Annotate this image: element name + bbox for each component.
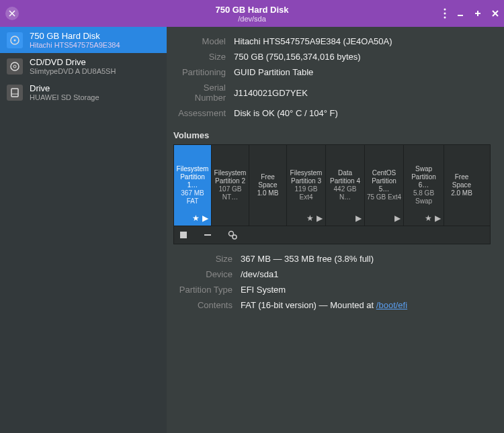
sidebar-item-name: CD/DVD Drive [30, 57, 116, 67]
size-label: Size [173, 52, 234, 62]
volume-cell[interactable]: Free Space1.0 MB [249, 145, 287, 226]
volume-fs: 442 GB N… [327, 185, 363, 201]
volume-fs: 5.8 GB Swap [405, 189, 442, 205]
content-pane: ModelHitachi HTS547575A9E384 (JE4OA50A) … [167, 27, 504, 433]
partitioning-value: GUID Partition Table [234, 67, 313, 77]
partitioning-label: Partitioning [173, 67, 234, 77]
play-icon: ▶ [394, 213, 401, 223]
volume-part: Partition 4 [330, 177, 360, 185]
svg-point-2 [444, 9, 446, 11]
model-label: Model [173, 36, 234, 46]
size-value: 750 GB (750,156,374,016 bytes) [234, 52, 361, 62]
volume-name: Data [338, 169, 352, 177]
sidebar-item[interactable]: 750 GB Hard DiskHitachi HTS547575A9E384 [0, 27, 167, 53]
sidebar: 750 GB Hard DiskHitachi HTS547575A9E384C… [0, 27, 167, 433]
mount-point-link[interactable]: /boot/efi [376, 300, 407, 310]
sidebar-item-name: Drive [30, 83, 99, 93]
volume-part: 1.0 MB [257, 189, 279, 197]
sidebar-item-sub: SlimtypeDVD A DU8A5SH [30, 67, 116, 75]
volume-part: Partition 3 [291, 177, 321, 185]
play-icon: ▶ [355, 213, 362, 223]
volume-part: Partition 6… [405, 173, 442, 189]
svg-point-11 [14, 39, 16, 41]
menu-button[interactable] [444, 8, 446, 19]
volume-name: Free Space [251, 173, 285, 189]
serial-value: J1140021GD7YEK [234, 88, 308, 98]
svg-point-4 [444, 17, 446, 19]
detail-ptype-label: Partition Type [173, 285, 241, 295]
play-icon: ▶ [202, 213, 208, 223]
sd-icon [7, 85, 23, 101]
hdd-icon [7, 32, 23, 48]
assessment-value: Disk is OK (40° C / 104° F) [234, 108, 338, 118]
svg-point-12 [11, 62, 19, 70]
svg-point-3 [444, 13, 446, 15]
volume-cell[interactable]: FilesystemPartition 2107 GB NT… [212, 145, 249, 226]
volume-part: Partition 1… [175, 173, 210, 189]
volumes-box: FilesystemPartition 1…367 MB FAT★▶Filesy… [173, 144, 491, 244]
sidebar-item-sub: HUAWEI SD Storage [30, 93, 99, 101]
model-value: Hitachi HTS547575A9E384 (JE4OA50A) [234, 36, 392, 46]
star-icon: ★ [192, 213, 200, 223]
app-close-button[interactable] [5, 7, 19, 20]
titlebar: 750 GB Hard Disk /dev/sda [0, 0, 504, 27]
volume-detail: Size367 MB — 353 MB free (3.8% full) Dev… [173, 251, 491, 313]
window-subtitle: /dev/sda [0, 15, 504, 23]
title-center: 750 GB Hard Disk /dev/sda [0, 5, 504, 23]
volume-name: Free Space [446, 173, 478, 189]
serial-label: Serial Number [173, 83, 234, 103]
more-options-button[interactable] [228, 230, 237, 240]
sidebar-item-name: 750 GB Hard Disk [30, 31, 120, 41]
delete-partition-button[interactable] [204, 231, 212, 239]
volume-name: Filesystem [214, 169, 247, 177]
volume-fs: 119 GB Ext4 [288, 185, 324, 201]
volumes-row: FilesystemPartition 1…367 MB FAT★▶Filesy… [174, 145, 490, 226]
detail-size-label: Size [173, 254, 241, 264]
detail-contents-label: Contents [173, 300, 241, 310]
sidebar-item[interactable]: CD/DVD DriveSlimtypeDVD A DU8A5SH [0, 53, 167, 79]
window-title: 750 GB Hard Disk [0, 5, 504, 15]
close-button[interactable] [492, 10, 499, 17]
sidebar-item-sub: Hitachi HTS547575A9E384 [30, 41, 120, 49]
sidebar-item[interactable]: DriveHUAWEI SD Storage [0, 79, 167, 105]
volume-cell[interactable]: SwapPartition 6…5.8 GB Swap★▶ [404, 145, 444, 226]
volume-fs: 107 GB NT… [213, 185, 247, 201]
svg-point-19 [233, 235, 237, 239]
svg-point-13 [13, 65, 16, 68]
detail-device-value: /dev/sda1 [241, 269, 278, 279]
play-icon: ▶ [317, 213, 323, 223]
optical-icon [7, 58, 23, 75]
unmount-button[interactable] [179, 231, 187, 239]
detail-size-value: 367 MB — 353 MB free (3.8% full) [241, 254, 374, 264]
volume-name: Filesystem [290, 169, 323, 177]
volume-part: 2.0 MB [451, 189, 472, 197]
volume-cell[interactable]: Free Space2.0 MB [444, 145, 479, 226]
star-icon: ★ [425, 213, 432, 223]
volume-fs: 75 GB Ext4 [367, 193, 401, 201]
volume-name: CentOS [372, 169, 396, 177]
minimize-button[interactable] [457, 10, 464, 17]
volume-cell[interactable]: DataPartition 4442 GB N…▶ [326, 145, 365, 226]
detail-device-label: Device [173, 269, 241, 279]
disk-info: ModelHitachi HTS547575A9E384 (JE4OA50A) … [173, 34, 491, 121]
detail-contents-value: FAT (16-bit version) — Mounted at /boot/… [241, 300, 407, 310]
volume-part: Partition 2 [215, 177, 245, 185]
volume-cell[interactable]: CentOSPartition 5…75 GB Ext4▶ [365, 145, 404, 226]
volume-name: Filesystem [177, 165, 209, 173]
detail-ptype-value: EFI System [241, 285, 286, 295]
volume-name: Swap [415, 165, 432, 173]
svg-rect-14 [11, 89, 18, 97]
play-icon: ▶ [435, 213, 441, 223]
volume-fs: 367 MB FAT [175, 189, 210, 205]
volume-part: Partition 5… [366, 177, 402, 193]
star-icon: ★ [306, 213, 314, 223]
maximize-button[interactable] [474, 10, 481, 17]
volume-cell[interactable]: FilesystemPartition 1…367 MB FAT★▶ [174, 145, 212, 226]
volumes-heading: Volumes [173, 130, 491, 140]
volumes-toolbar [174, 226, 490, 244]
assessment-label: Assessment [173, 108, 234, 118]
svg-rect-16 [180, 232, 187, 238]
volume-cell[interactable]: FilesystemPartition 3119 GB Ext4★▶ [287, 145, 326, 226]
